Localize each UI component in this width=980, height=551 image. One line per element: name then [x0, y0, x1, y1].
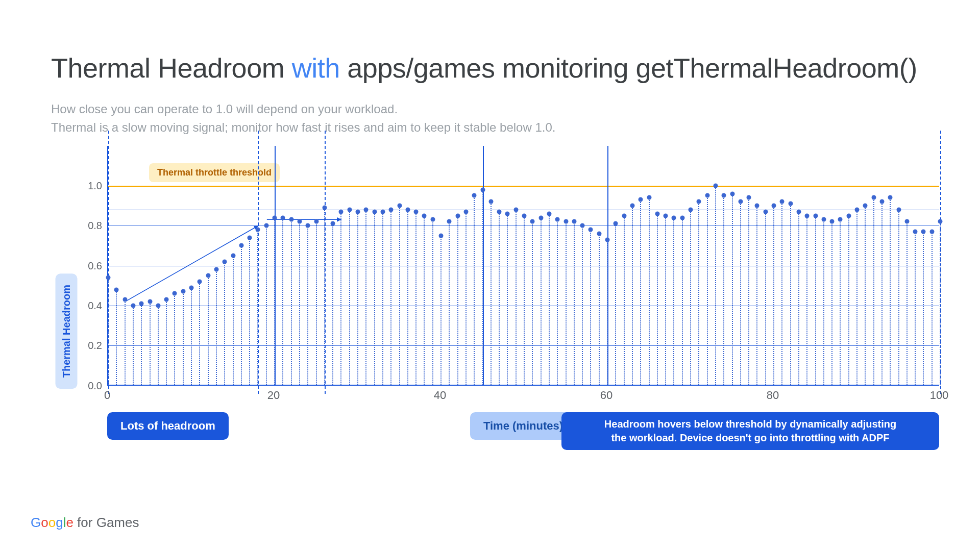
data-point [122, 297, 127, 302]
data-point [356, 209, 360, 214]
data-point [572, 219, 576, 224]
drop-line [856, 209, 857, 385]
data-point [447, 219, 452, 224]
drop-line [873, 196, 874, 384]
data-point [689, 207, 693, 212]
data-point [164, 297, 169, 302]
x-tick: 0 [104, 389, 110, 402]
drop-line [440, 235, 442, 385]
data-point [347, 207, 352, 212]
data-point [322, 205, 327, 210]
data-point [223, 259, 227, 264]
data-point [580, 223, 585, 228]
drop-line [765, 211, 766, 385]
drop-line [932, 231, 933, 385]
drop-line [365, 209, 366, 385]
threshold-line [108, 186, 939, 187]
drop-line [898, 209, 899, 385]
data-point [397, 204, 402, 208]
drop-line [357, 211, 358, 385]
x-tick: 20 [267, 389, 280, 402]
drop-line [632, 205, 633, 385]
y-tick: 0.8 [88, 220, 102, 232]
guide-line [108, 210, 939, 210]
drop-line [806, 215, 807, 385]
data-point [755, 204, 760, 208]
y-tick: 0.4 [88, 299, 102, 311]
drop-line [274, 217, 275, 385]
x-tick: 80 [767, 389, 779, 402]
drop-line [516, 209, 517, 385]
drop-line [566, 220, 567, 384]
data-point [439, 233, 444, 238]
drop-line [407, 209, 408, 385]
data-point [871, 195, 876, 200]
data-point [622, 213, 626, 218]
data-point [838, 217, 843, 222]
data-point [921, 229, 926, 234]
data-point [772, 204, 776, 208]
drop-line [340, 211, 341, 385]
drop-line [848, 215, 849, 385]
x-tick: 100 [930, 389, 949, 402]
drop-line [607, 239, 608, 385]
data-point [713, 183, 718, 188]
drop-line [291, 218, 292, 384]
x-axis-label: Time (minutes) [470, 412, 576, 440]
drop-line [740, 201, 741, 384]
data-point [879, 199, 884, 204]
y-tick: 0.6 [88, 260, 102, 271]
drop-line [906, 220, 908, 384]
drop-line [815, 215, 816, 385]
data-point [530, 219, 535, 224]
drop-line [781, 201, 782, 384]
drop-line [823, 218, 824, 384]
data-point [597, 231, 601, 236]
drop-line [940, 220, 941, 384]
drop-line [249, 237, 250, 385]
data-point [306, 223, 310, 228]
data-point [214, 267, 218, 272]
data-point [747, 195, 751, 200]
data-point [148, 299, 152, 304]
drop-line [557, 218, 558, 384]
drop-line [150, 300, 151, 385]
data-point [672, 215, 676, 220]
data-point [206, 273, 210, 278]
drop-line [798, 211, 799, 385]
data-point [639, 197, 643, 202]
data-point [589, 228, 593, 232]
data-point [455, 213, 460, 218]
data-point [630, 204, 634, 208]
drop-line [233, 255, 234, 385]
data-point [173, 291, 177, 296]
data-point [273, 215, 277, 220]
data-point [380, 209, 385, 214]
data-point [614, 221, 618, 226]
drop-line [615, 222, 616, 384]
y-axis-label: Thermal Headroom [56, 273, 78, 389]
data-point [863, 204, 868, 208]
drop-line [374, 211, 375, 385]
data-point [264, 223, 268, 228]
data-point [422, 213, 427, 218]
data-point [106, 276, 111, 280]
data-point [331, 221, 335, 226]
drop-line [183, 290, 184, 384]
drop-line [158, 305, 159, 385]
drop-line [474, 194, 475, 384]
data-point [830, 219, 835, 224]
drop-line [191, 287, 192, 385]
drop-line [690, 209, 691, 385]
data-point [131, 303, 135, 308]
data-point [805, 213, 810, 218]
data-point [281, 215, 285, 220]
data-point [680, 215, 684, 220]
drop-line [174, 292, 175, 384]
data-point [430, 217, 435, 222]
data-point [256, 228, 260, 232]
drop-line [599, 233, 600, 385]
drop-line [624, 215, 625, 385]
drop-line [673, 217, 674, 385]
x-tick: 60 [600, 389, 612, 402]
